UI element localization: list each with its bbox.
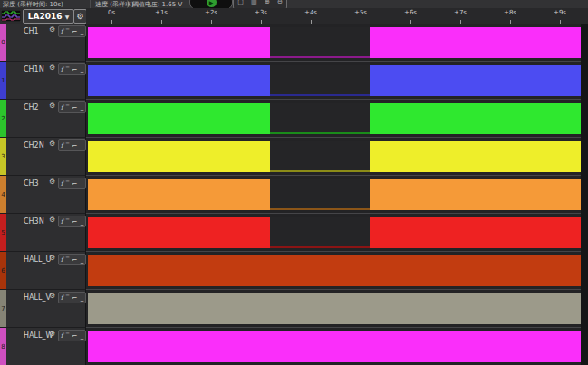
channel-settings-icon[interactable]: ⚙ [49, 101, 55, 110]
waveform-track[interactable] [88, 293, 581, 324]
edge-trigger-icon[interactable]: ⌐ [72, 293, 78, 303]
channel-label: CH1N [24, 65, 44, 73]
measure-icon[interactable]: f [61, 141, 63, 150]
low-level-trigger-icon[interactable]: _ [81, 293, 84, 303]
device-settings-button[interactable]: ⚙ [73, 9, 87, 24]
low-level-trigger-icon[interactable]: _ [81, 217, 84, 226]
channel-row-HALL_V[interactable]: 7HALL_V⚙f‾⌐_ [0, 290, 86, 328]
measure-icon[interactable]: f [61, 103, 63, 112]
high-level-trigger-icon[interactable]: ‾ [66, 141, 70, 150]
edge-trigger-icon[interactable]: ⌐ [72, 103, 78, 112]
waveform-row-CH2 [86, 100, 588, 138]
channel-color-strip: 4 [0, 176, 6, 213]
low-level-trigger-icon[interactable]: _ [81, 65, 84, 74]
waveform-right-gutter [581, 24, 588, 365]
high-level-trigger-icon[interactable]: ‾ [66, 255, 70, 264]
high-level-trigger-icon[interactable]: ‾ [66, 331, 70, 341]
edge-trigger-icon[interactable]: ⌐ [72, 217, 78, 226]
device-name: LA2016 [28, 12, 63, 21]
edge-trigger-icon[interactable]: ⌐ [72, 27, 78, 36]
channel-row-CH1[interactable]: 0CH1⚙f‾⌐_ [0, 24, 86, 62]
measure-icon[interactable]: f [61, 293, 63, 303]
edge-trigger-icon[interactable]: ⌐ [72, 331, 78, 341]
tick-label: +7s [454, 9, 467, 16]
channel-color-strip: 1 [0, 62, 6, 99]
channel-settings-icon[interactable]: ⚙ [49, 330, 55, 338]
waveform-row-CH3 [86, 176, 588, 214]
channel-number: 6 [1, 267, 5, 274]
high-level-trigger-icon[interactable]: ‾ [66, 217, 70, 226]
measure-icon[interactable]: f [61, 217, 63, 226]
channel-number: 0 [1, 39, 5, 46]
signal-high-segment [370, 27, 581, 58]
low-level-trigger-icon[interactable]: _ [81, 255, 84, 264]
signal-high-segment [88, 27, 270, 58]
tick-label: 0s [108, 9, 115, 16]
tick-label: +3s [255, 9, 267, 16]
channel-label: CH2 [24, 103, 39, 111]
channel-settings-icon[interactable]: ⚙ [49, 139, 55, 148]
waveform-row-CH1 [86, 24, 588, 62]
tick-label: +4s [304, 9, 317, 16]
channel-settings-icon[interactable]: ⚙ [49, 25, 55, 34]
waveform-track[interactable] [88, 27, 581, 58]
channel-settings-icon[interactable]: ⚙ [49, 292, 55, 300]
channel-settings-icon[interactable]: ⚙ [49, 63, 55, 72]
edge-trigger-icon[interactable]: ⌐ [72, 255, 78, 264]
low-level-trigger-icon[interactable]: _ [81, 27, 84, 36]
channel-settings-icon[interactable]: ⚙ [49, 254, 55, 262]
waveform-track[interactable] [88, 217, 581, 248]
high-level-trigger-icon[interactable]: ‾ [66, 179, 70, 188]
signal-low-line [270, 246, 370, 248]
low-level-trigger-icon[interactable]: _ [81, 331, 84, 341]
low-level-trigger-icon[interactable]: _ [81, 103, 84, 112]
channel-trigger-group: f‾⌐_ [58, 25, 86, 37]
channel-row-HALL_W[interactable]: 8HALL_W⚙f‾⌐_ [0, 328, 86, 365]
channel-row-CH2[interactable]: 2CH2⚙f‾⌐_ [0, 100, 86, 138]
channel-row-CH3[interactable]: 4CH3⚙f‾⌐_ [0, 176, 86, 214]
channel-row-CH1N[interactable]: 1CH1N⚙f‾⌐_ [0, 62, 86, 100]
low-level-trigger-icon[interactable]: _ [81, 141, 84, 150]
app-logo-icon [1, 10, 21, 22]
waveform-row-HALL_V [86, 290, 588, 328]
measure-icon[interactable]: f [61, 331, 63, 341]
channel-settings-icon[interactable]: ⚙ [49, 216, 55, 224]
edge-trigger-icon[interactable]: ⌐ [72, 179, 78, 188]
channel-number: 8 [1, 343, 5, 351]
logic-analyzer-app: 深度 (采样时间: 10s) 速度 (采样率) 阈值电压: 1.65 V ▶ ▢… [0, 0, 588, 365]
signal-high-segment [88, 141, 270, 172]
high-level-trigger-icon[interactable]: ‾ [66, 27, 70, 36]
measure-icon[interactable]: f [61, 255, 63, 264]
channel-row-CH3N[interactable]: 5CH3N⚙f‾⌐_ [0, 214, 86, 252]
measure-icon[interactable]: f [61, 27, 63, 36]
high-level-trigger-icon[interactable]: ‾ [66, 293, 70, 303]
signal-high-segment [88, 255, 581, 286]
signal-high-segment [88, 65, 270, 96]
channel-row-HALL_U[interactable]: 6HALL_U⚙f‾⌐_ [0, 252, 86, 290]
channel-settings-icon[interactable]: ⚙ [49, 178, 55, 186]
tick-label: +6s [404, 9, 417, 16]
waveform-track[interactable] [88, 141, 581, 172]
waveform-track[interactable] [88, 103, 581, 134]
edge-trigger-icon[interactable]: ⌐ [72, 141, 78, 150]
channel-label: CH3 [24, 179, 39, 187]
high-level-trigger-icon[interactable]: ‾ [66, 65, 70, 74]
channel-row-CH2N[interactable]: 3CH2N⚙f‾⌐_ [0, 138, 86, 176]
high-level-trigger-icon[interactable]: ‾ [66, 103, 70, 112]
channel-label: CH1 [24, 27, 39, 35]
edge-trigger-icon[interactable]: ⌐ [72, 65, 78, 74]
measure-icon[interactable]: f [61, 65, 63, 74]
low-level-trigger-icon[interactable]: _ [81, 179, 84, 188]
signal-low-line [270, 132, 370, 134]
timeline-ruler[interactable]: 0s+1s+2s+3s+4s+5s+6s+7s+8s+9s [86, 8, 588, 24]
tick-label: +8s [504, 9, 516, 16]
tick-label: +2s [205, 9, 217, 16]
measure-icon[interactable]: f [61, 179, 63, 188]
device-selector-dropdown[interactable]: LA2016 ▼ [23, 9, 74, 24]
signal-high-segment [370, 65, 581, 96]
waveform-track[interactable] [88, 179, 581, 210]
waveform-track[interactable] [88, 331, 581, 362]
waveform-track[interactable] [88, 65, 581, 96]
play-icon: ▶ [207, 0, 217, 7]
waveform-track[interactable] [88, 255, 581, 286]
